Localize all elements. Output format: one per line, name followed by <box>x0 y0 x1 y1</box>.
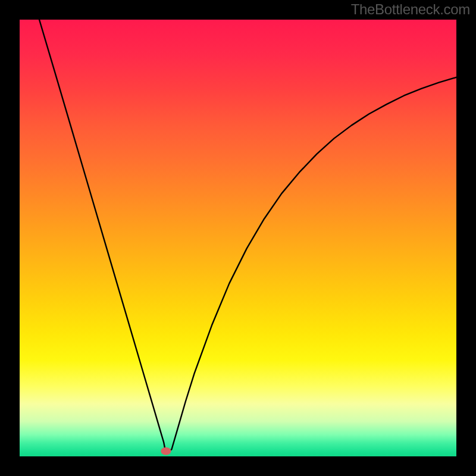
plot-area <box>20 20 456 456</box>
curve-layer <box>20 20 456 456</box>
watermark-text: TheBottleneck.com <box>351 1 470 18</box>
minimum-marker <box>161 447 171 455</box>
bottleneck-curve <box>39 20 456 451</box>
